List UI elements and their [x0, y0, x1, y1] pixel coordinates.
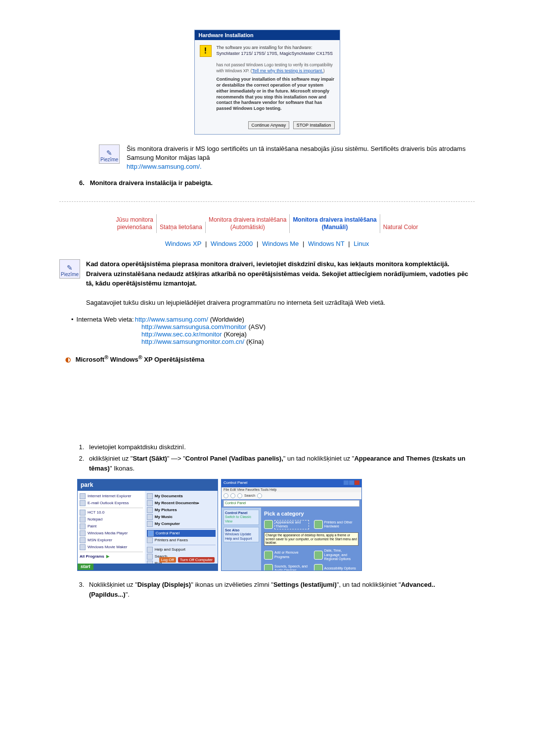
cp-pick-category: Pick a category [264, 511, 358, 517]
dialog-device: SyncMaster 171S/ 175S/ 170S, MagicSyncMa… [217, 51, 335, 57]
folder-icon [147, 507, 153, 513]
cp-main-area: Pick a category Appearance and Themes Pr… [261, 508, 361, 571]
cp-address-bar[interactable]: Control Panel [223, 500, 359, 506]
note1-body: Šis monitora draiveris ir MS logo sertif… [127, 145, 466, 161]
appearance-icon [264, 520, 273, 529]
cp-cat-addremove[interactable]: Add or Remove Programs [264, 549, 309, 561]
sm-item[interactable]: Windows Movie Maker [80, 544, 143, 551]
arrow-right-icon: ▶ [106, 554, 109, 559]
note1-link[interactable]: http://www.samsung.com/. [127, 163, 202, 170]
cp-cat-sounds[interactable]: Sounds, Speech, and Audio Devices [264, 564, 309, 571]
stop-installation-button[interactable]: STOP Installation [293, 121, 335, 129]
website-link-3[interactable]: http://www.samsungmonitor.com.cn/ [141, 338, 244, 345]
close-icon[interactable] [355, 480, 359, 485]
installation-steps: Ievietojiet kompaktdisku diskdzinī. okli… [86, 442, 475, 473]
cp-tooltip: Change the appearance of desktop items, … [264, 532, 358, 546]
website-region-2: (Koreja) [224, 331, 247, 338]
continue-anyway-button[interactable]: Continue Anyway [248, 121, 290, 129]
os-windows-xp[interactable]: Windows XP [165, 240, 202, 247]
cp-cat-appearance[interactable]: Appearance and Themes [264, 520, 309, 529]
printer-icon [147, 537, 153, 543]
printers-icon [314, 520, 323, 529]
sm-item[interactable]: MSN Explorer [80, 537, 143, 544]
sm-item[interactable]: My Documents [147, 493, 216, 500]
sm-item[interactable]: Help and Support [147, 546, 216, 553]
logoff-button[interactable]: Log Off [159, 557, 176, 563]
folders-icon[interactable] [257, 493, 262, 498]
sounds-icon [264, 564, 273, 571]
websites-block: • Interneta Web vieta: http://www.samsun… [71, 316, 475, 345]
note2-body: Kad datora operētājsistēma pieprasa moni… [86, 259, 475, 308]
cp-window-title: Control Panel [223, 480, 247, 486]
maximize-icon[interactable] [349, 480, 354, 485]
sm-item[interactable]: Windows Media Player [80, 530, 143, 537]
website-link-1[interactable]: http://www.samsungusa.com/monitor [141, 323, 246, 331]
website-link-0[interactable]: http://www.samsung.com/ [135, 316, 208, 323]
warning-icon: ! [200, 45, 212, 57]
start-button[interactable]: start [78, 564, 93, 570]
cp-cat-printers[interactable]: Printers and Other Hardware [314, 520, 359, 529]
website-link-2[interactable]: http://www.sec.co.kr/monitor [141, 331, 222, 338]
bullet-icon: ◐ [65, 356, 71, 363]
cp-switch-view[interactable]: Switch to Classic View [225, 515, 251, 522]
installation-steps-cont: Noklikšķiniet uz "Display (Displejs)" ik… [86, 580, 475, 599]
dialog-title: Hardware Installation [195, 30, 340, 40]
dialog-tell-link[interactable]: Tell me why this testing is important. [252, 68, 323, 73]
forward-icon[interactable] [230, 493, 235, 498]
note2-p2: Sagatavojiet tukšu disku un lejupielādēj… [86, 298, 475, 308]
arrow-right-icon: ▸ [197, 501, 199, 506]
sm-all-programs[interactable]: All Programs ▶ [80, 553, 143, 560]
dialog-content: The software you are installing for this… [217, 45, 335, 112]
tab-driver-manual[interactable]: Monitora draivera instalēšana(Manuāli) [290, 214, 380, 233]
sm-item[interactable]: Notepad [80, 516, 143, 523]
step-2: oklikšķiniet uz "Start (Sākt)" —> "Contr… [86, 454, 475, 473]
app-icon [80, 500, 86, 506]
os-linux[interactable]: Linux [354, 240, 369, 247]
sm-control-panel[interactable]: Control Panel [147, 530, 216, 537]
cp-cat-datetime[interactable]: Date, Time, Language, and Regional Optio… [314, 549, 359, 561]
startmenu-left-col: Internet Internet Explorer E-mail Outloo… [78, 491, 145, 565]
sm-item[interactable]: My Pictures [147, 507, 216, 514]
tab-stand-usage[interactable]: Statņa lietošana [157, 222, 206, 233]
note-badge-icon: ✎ Piezīme [99, 144, 120, 164]
control-panel-icon [148, 530, 154, 536]
note1-text: Šis monitora draiveris ir MS logo sertif… [127, 144, 475, 172]
search-icon [147, 554, 153, 560]
folder-icon [147, 493, 153, 499]
websites-label: Interneta Web vieta: [77, 316, 134, 323]
back-icon[interactable] [223, 493, 228, 498]
startmenu-user: park [78, 479, 218, 490]
section-tabs: Jūsu monitorapievienošana Statņa lietoša… [59, 214, 475, 233]
app-icon [80, 523, 86, 529]
dialog-warning-text: Continuing your installation of this sof… [217, 77, 335, 111]
note2-badge-icon: ✎ Piezīme [59, 259, 80, 279]
os-windows-2000[interactable]: Windows 2000 [211, 240, 253, 247]
website-region-3: (Ķīna) [246, 338, 264, 345]
section-header-xp: ◐ Microsoft® Windows® XP Operētājsistēma [65, 354, 475, 363]
app-icon [80, 493, 86, 499]
screenshot-control-panel: Control Panel File Edit View Favorites T… [221, 479, 362, 571]
up-icon[interactable] [237, 493, 242, 498]
sm-item[interactable]: My Music [147, 514, 216, 520]
sm-item[interactable]: Paint [80, 523, 143, 530]
sm-item[interactable]: E-mail Outlook Express [80, 500, 143, 507]
tab-monitor-connect[interactable]: Jūsu monitorapievienošana [113, 214, 157, 233]
step-1: Ievietojiet kompaktdisku diskdzinī. [86, 442, 475, 452]
cp-side-panel: Control Panel Switch to Classic View [223, 510, 259, 525]
sm-item[interactable]: My Computer [147, 520, 216, 527]
cp-menubar[interactable]: File Edit View Favorites Tools Help [222, 487, 361, 492]
tab-driver-auto[interactable]: Monitora draivera instalēšana(Automātisk… [206, 214, 290, 233]
os-windows-nt[interactable]: Windows NT [308, 240, 345, 247]
os-windows-me[interactable]: Windows Me [262, 240, 299, 247]
app-icon [80, 530, 86, 536]
cp-cat-accessibility[interactable]: Accessibility Options [314, 564, 359, 571]
sm-item[interactable]: HCT 10.0 [80, 509, 143, 516]
minimize-icon[interactable] [344, 480, 349, 485]
sm-item[interactable]: Printers and Faxes [147, 537, 216, 544]
datetime-icon [314, 551, 323, 560]
sm-item[interactable]: Internet Internet Explorer [80, 493, 143, 500]
tab-natural-color[interactable]: Natural Color [380, 222, 421, 233]
dialog-line2b: ) [323, 68, 325, 73]
sm-item[interactable]: My Recent Documents ▸ [147, 500, 216, 507]
turnoff-button[interactable]: Turn Off Computer [178, 557, 215, 563]
